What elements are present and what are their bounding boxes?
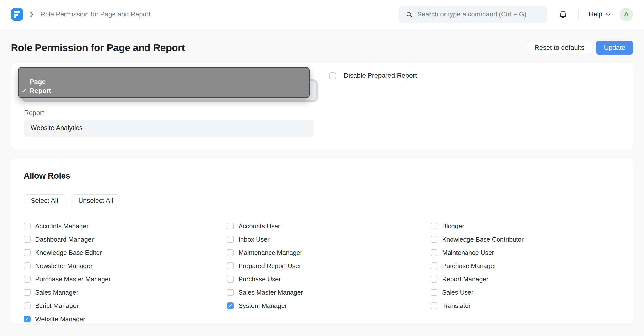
role-label: Knowledge Base Editor [35,249,102,257]
role-item: Translator [430,299,620,312]
app-root: Role Permission for Page and Report Help [0,0,644,324]
role-checkbox-blogger[interactable] [430,223,438,230]
role-label: Purchase Manager [442,262,496,270]
role-checkbox-sales-user[interactable] [430,289,438,296]
select-all-button[interactable]: Select All [24,194,65,207]
navbar-left: Role Permission for Page and Report [11,8,150,21]
role-checkbox-newsletter-manager[interactable] [24,263,30,269]
role-checkbox-inbox-user[interactable] [227,236,234,243]
app-logo[interactable] [11,8,23,21]
role-item: Accounts Manager [24,219,227,233]
role-item: Prepared Report User [227,259,430,273]
dropdown-option-label: Report [30,87,51,95]
role-checkbox-purchase-user[interactable] [227,276,234,283]
allow-roles-heading: Allow Roles [24,171,620,181]
role-checkbox-script-manager[interactable] [24,302,30,309]
unselect-all-button[interactable]: Unselect All [71,194,120,207]
notifications-button[interactable] [558,10,568,19]
role-label: Website Manager [35,315,85,323]
navbar: Role Permission for Page and Report Help [0,0,644,29]
role-checkbox-system-manager[interactable] [227,302,234,309]
role-checkbox-knowledge-base-editor[interactable] [24,249,30,256]
report-field-label: Report [24,109,44,117]
role-checkbox-prepared-report-user[interactable] [227,263,234,269]
role-item: Knowledge Base Contributor [430,233,620,246]
role-checkbox-translator[interactable] [430,302,438,309]
filters-card: Page✓Report Report Disable Prepared Repo… [11,63,633,149]
dropdown-option-label: Page [30,78,46,86]
role-label: Dashboard Manager [35,236,94,243]
reset-to-defaults-button[interactable]: Reset to defaults [526,40,592,55]
chevron-down-icon [605,13,611,16]
search-input[interactable] [417,10,540,18]
role-item: Maintenance User [430,246,620,259]
role-label: Sales Master Manager [238,289,303,296]
role-label: Knowledge Base Contributor [442,236,524,243]
role-label: System Manager [238,302,287,310]
role-item: Inbox User [227,233,430,246]
role-checkbox-website-manager[interactable] [24,316,30,323]
help-menu[interactable]: Help [588,10,611,18]
role-label: Accounts Manager [35,222,88,230]
bell-icon [558,10,568,19]
disable-prepared-report-label: Disable Prepared Report [344,72,417,79]
update-button[interactable]: Update [596,40,633,55]
role-label: Accounts User [238,222,280,230]
doctype-dropdown-menu: Page✓Report [18,67,310,98]
role-label: Purchase User [238,276,281,283]
role-item: Script Manager [24,299,227,312]
disable-prepared-report-checkbox[interactable] [329,72,336,79]
page-header-row: Role Permission for Page and Report Rese… [11,40,633,55]
role-item: Newsletter Manager [24,259,227,273]
role-checkbox-knowledge-base-contributor[interactable] [430,236,438,243]
navbar-right: Help A [399,6,633,23]
role-checkbox-report-manager[interactable] [430,276,438,283]
role-checkbox-maintenance-user[interactable] [430,249,438,256]
role-checkbox-accounts-manager[interactable] [24,223,30,230]
user-avatar[interactable]: A [620,8,633,21]
role-label: Sales Manager [35,289,78,296]
role-item: System Manager [227,299,430,312]
role-checkbox-purchase-master-manager[interactable] [24,276,30,283]
roles-grid: Accounts ManagerAccounts UserBloggerDash… [24,219,620,326]
global-search[interactable] [399,6,547,23]
dropdown-option-page[interactable]: Page [19,77,309,86]
role-item: Sales Manager [24,286,227,299]
breadcrumb[interactable]: Role Permission for Page and Report [40,10,150,18]
role-item: Sales Master Manager [227,286,430,299]
role-item: Accounts User [227,219,430,233]
role-checkbox-purchase-manager[interactable] [430,263,438,269]
allow-roles-card: Allow Roles Select All Unselect All Acco… [11,159,633,324]
disable-prepared-report-field: Disable Prepared Report [329,72,417,79]
role-checkbox-sales-master-manager[interactable] [227,289,234,296]
role-label: Maintenance Manager [238,249,302,257]
role-label: Sales User [442,289,474,296]
page-actions: Reset to defaults Update [526,40,633,55]
selected-check-icon: ✓ [22,87,30,95]
avatar-letter: A [624,10,629,18]
role-label: Maintenance User [442,249,494,257]
role-checkbox-accounts-user[interactable] [227,223,234,230]
role-item: Purchase Master Manager [24,273,227,286]
role-item: Dashboard Manager [24,233,227,246]
role-item: Purchase User [227,273,430,286]
role-label: Blogger [442,222,464,230]
role-label: Report Manager [442,276,488,283]
role-label: Prepared Report User [238,262,301,270]
role-checkbox-maintenance-manager[interactable] [227,249,234,256]
frappe-logo-icon [11,8,23,21]
role-checkbox-sales-manager[interactable] [24,289,30,296]
role-label: Inbox User [238,236,270,243]
role-label: Translator [442,302,471,310]
breadcrumb-chevron-icon [30,11,34,18]
main-content: Role Permission for Page and Report Rese… [0,40,644,324]
report-input[interactable] [24,120,314,136]
doctype-dropdown-options: Page✓Report [19,77,309,95]
role-item: Sales User [430,286,620,299]
role-checkbox-dashboard-manager[interactable] [24,236,30,243]
dropdown-option-report[interactable]: ✓Report [19,86,309,95]
help-label: Help [588,10,602,18]
role-item: Knowledge Base Editor [24,246,227,259]
role-item: Website Manager [24,312,227,326]
role-label: Script Manager [35,302,78,310]
